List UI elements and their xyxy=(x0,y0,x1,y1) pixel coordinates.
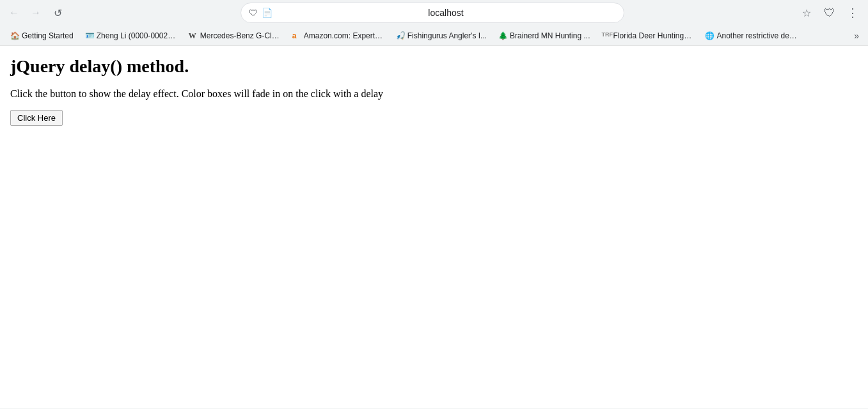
page-title: jQuery delay() method. xyxy=(10,56,858,77)
forward-button[interactable]: → xyxy=(27,4,45,22)
shield-icon-button[interactable]: 🛡 xyxy=(819,3,840,23)
refresh-button[interactable]: ↺ xyxy=(49,4,67,22)
bookmark-label-florida-deer: Florida Deer Hunting S... xyxy=(613,31,693,40)
bookmark-mercedes[interactable]: W Mercedes-Benz G-Clas... xyxy=(184,30,286,42)
bookmark-label-another-restrictive: Another restrictive dee... xyxy=(716,31,797,40)
bookmark-zheng-li[interactable]: 🪪 Zheng Li (0000-0002-3... xyxy=(80,30,182,42)
bookmark-star-button[interactable]: ☆ xyxy=(798,4,816,22)
address-bar[interactable]: 🛡 📄 localhost xyxy=(241,3,624,23)
bookmark-fishingurus[interactable]: 🎣 Fishingurus Angler's I... xyxy=(391,30,492,42)
page-icon: 📄 xyxy=(262,8,272,18)
bookmark-brainerd[interactable]: 🌲 Brainerd MN Hunting ... xyxy=(493,30,595,42)
bookmark-favicon-getting-started: 🏠 xyxy=(10,31,19,40)
bookmark-label-amazon: Amazon.com: ExpertP... xyxy=(304,31,384,40)
more-bookmarks-button[interactable]: » xyxy=(850,29,863,42)
bookmark-favicon-mercedes: W xyxy=(189,31,198,40)
page-description: Click the button to show the delay effec… xyxy=(10,88,858,100)
bookmark-favicon-another-restrictive: 🌐 xyxy=(705,31,714,40)
bookmark-amazon[interactable]: a Amazon.com: ExpertP... xyxy=(287,30,390,42)
navigation-bar: ← → ↺ 🛡 📄 localhost ☆ 🛡 ⋮ xyxy=(0,0,868,26)
browser-action-icons: 🛡 ⋮ xyxy=(819,3,863,23)
menu-button[interactable]: ⋮ xyxy=(842,3,863,23)
bookmark-florida-deer[interactable]: TRF Florida Deer Hunting S... xyxy=(596,30,698,42)
bookmark-favicon-brainerd: 🌲 xyxy=(498,31,507,40)
bookmark-getting-started[interactable]: 🏠 Getting Started xyxy=(5,30,79,42)
bookmark-label-mercedes: Mercedes-Benz G-Clas... xyxy=(200,31,281,40)
bookmark-favicon-florida-deer: TRF xyxy=(601,31,610,40)
bookmark-favicon-fishingurus: 🎣 xyxy=(396,31,405,40)
bookmark-label-fishingurus: Fishingurus Angler's I... xyxy=(407,31,487,40)
bookmark-label-getting-started: Getting Started xyxy=(22,31,74,40)
bookmark-label-brainerd: Brainerd MN Hunting ... xyxy=(510,31,590,40)
bookmark-favicon-amazon: a xyxy=(292,31,301,40)
back-button[interactable]: ← xyxy=(5,4,23,22)
security-icon: 🛡 xyxy=(249,8,258,18)
bookmark-another-restrictive[interactable]: 🌐 Another restrictive dee... xyxy=(700,30,802,42)
address-text: localhost xyxy=(276,8,616,18)
bookmark-favicon-zheng-li: 🪪 xyxy=(85,31,94,40)
page-content: jQuery delay() method. Click the button … xyxy=(0,46,868,408)
bookmarks-bar: 🏠 Getting Started 🪪 Zheng Li (0000-0002-… xyxy=(0,26,868,46)
bookmark-label-zheng-li: Zheng Li (0000-0002-3... xyxy=(97,31,177,40)
click-here-button[interactable]: Click Here xyxy=(10,110,63,126)
